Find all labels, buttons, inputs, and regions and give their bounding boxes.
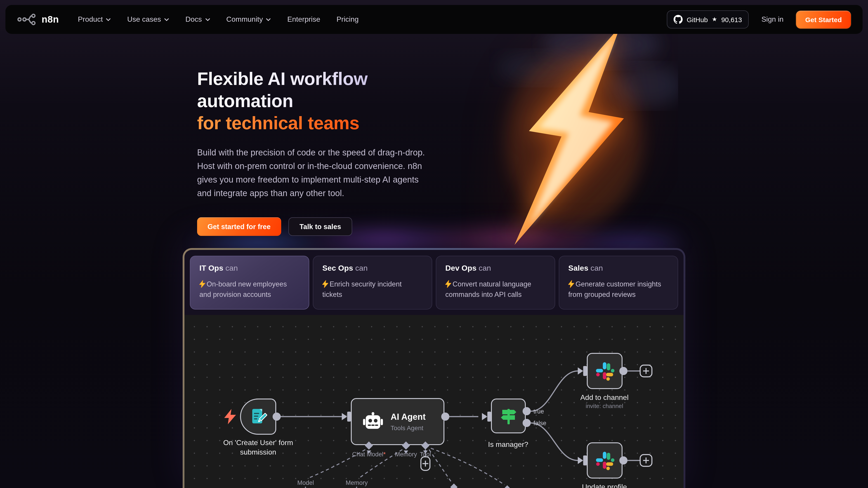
sign-in-link[interactable]: Sign in: [761, 15, 783, 24]
n8n-logo[interactable]: n8n: [17, 13, 59, 26]
get-started-button[interactable]: Get Started: [796, 11, 851, 28]
nav-item-community[interactable]: Community: [226, 15, 271, 24]
star-icon: ★: [712, 15, 717, 22]
get-started-free-button[interactable]: Get started for free: [197, 217, 281, 236]
headline-line-2: for technical teams: [197, 112, 360, 134]
input-ports: [342, 366, 587, 465]
bolt-icon: [568, 280, 574, 288]
floor-label-memory: Memory: [346, 480, 368, 486]
logo-text: n8n: [41, 14, 59, 25]
floor-label-model: Model: [297, 480, 314, 486]
branch-label-true: true: [533, 408, 544, 415]
partial-tool-nodes: [442, 484, 519, 488]
chevron-down-icon: [106, 18, 111, 21]
bolt-icon: [199, 280, 205, 288]
bolt-icon: [322, 280, 328, 288]
slack-add-sublabel: invite: channel: [564, 402, 645, 410]
output-ports: [273, 367, 627, 464]
card-dev-ops[interactable]: Dev Ops can Convert natural language com…: [436, 256, 555, 310]
chevron-down-icon: [266, 18, 271, 21]
nav-item-enterprise[interactable]: Enterprise: [287, 15, 320, 24]
port-label-chat-model: Chat Model*: [352, 451, 386, 458]
slack-add-label: Add to channel: [564, 393, 645, 402]
top-navbar: n8n Product Use cases Docs Community Ent…: [5, 5, 863, 34]
nav-item-pricing[interactable]: Pricing: [337, 15, 359, 24]
port-label-tool: Tool: [420, 451, 431, 458]
branch-label-false: false: [533, 420, 546, 427]
github-stars-button[interactable]: GitHub ★ 90,613: [667, 10, 749, 29]
persona-cards-row: IT Ops can On-board new employees and pr…: [184, 250, 684, 315]
is-manager-label: Is manager?: [472, 440, 544, 449]
hero-cta-row: Get started for free Talk to sales: [197, 217, 459, 236]
lightning-hero-art: [461, 23, 678, 259]
github-star-count: 90,613: [721, 15, 742, 23]
workflow-canvas[interactable]: On 'Create User' form submission: [184, 315, 684, 488]
card-sales[interactable]: Sales can Generate customer insights fro…: [559, 256, 678, 310]
card-it-ops[interactable]: IT Ops can On-board new employees and pr…: [190, 256, 309, 310]
card-sec-ops[interactable]: Sec Ops can Enrich security incident tic…: [313, 256, 432, 310]
slack-update-label: Update profile: [564, 482, 645, 488]
nav-item-product[interactable]: Product: [78, 15, 111, 24]
talk-to-sales-button[interactable]: Talk to sales: [288, 217, 352, 236]
chevron-down-icon: [205, 18, 210, 21]
form-trigger-label: On 'Create User' form submission: [213, 438, 303, 457]
headline-line-1: Flexible AI workflow automation: [197, 68, 459, 112]
bolt-icon: [445, 280, 451, 288]
page: n8n Product Use cases Docs Community Ent…: [0, 0, 868, 488]
chevron-down-icon: [164, 18, 169, 21]
hero-section: Flexible AI workflow automation for tech…: [197, 68, 459, 236]
port-label-memory: Memory: [395, 451, 417, 458]
nav-item-use-cases[interactable]: Use cases: [127, 15, 169, 24]
nav-menu: Product Use cases Docs Community Enterpr…: [78, 15, 359, 24]
add-node-buttons: [421, 365, 652, 470]
github-icon: [674, 15, 683, 24]
workflow-frame: IT Ops can On-board new employees and pr…: [183, 248, 685, 488]
hero-paragraph: Build with the precision of code or the …: [197, 146, 426, 200]
hero-headline: Flexible AI workflow automation for tech…: [197, 68, 459, 134]
nav-item-docs[interactable]: Docs: [185, 15, 210, 24]
n8n-logo-icon: [17, 13, 37, 26]
github-label: GitHub: [687, 15, 708, 23]
